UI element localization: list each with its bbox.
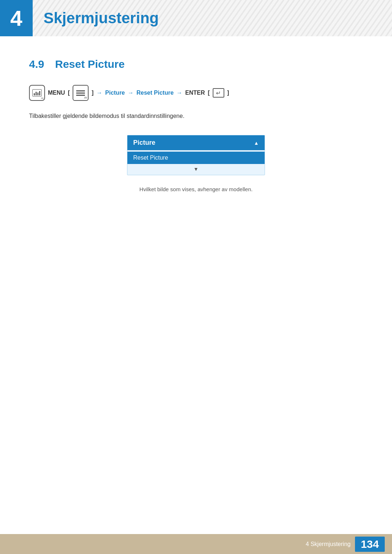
menu-header-title: Picture <box>133 139 155 147</box>
bar4 <box>39 91 40 95</box>
menu-box: Picture ▲ Reset Picture ▼ <box>127 135 265 175</box>
menu-item-selected-text: Reset Picture <box>133 155 168 161</box>
enter-icon: ↵ <box>213 88 224 98</box>
menu-up-arrow: ▲ <box>254 140 259 146</box>
enter-arrow-symbol: ↵ <box>216 90 221 97</box>
nav-enter-label: ENTER <box>185 90 205 96</box>
chapter-number: 4 <box>10 6 22 31</box>
menu-icon: m <box>73 85 89 101</box>
header-bar: 4 Skjermjustering <box>0 0 392 36</box>
nav-bracket-close: ] <box>91 90 93 96</box>
menu-down-arrow-area: ▼ <box>127 164 265 173</box>
nav-arrow-2: → <box>128 90 134 96</box>
bar3 <box>37 93 38 95</box>
footer-chapter-label: 4 Skjermjustering <box>306 541 351 547</box>
menu-icon-inner <box>76 90 85 96</box>
main-content: 4.9 Reset Picture m MENU [ <box>0 36 392 534</box>
nav-enter-bracket-open: [ <box>208 90 210 96</box>
section-title: Reset Picture <box>55 58 125 70</box>
description-text: Tilbakestiller gjeldende bildemodus til … <box>29 112 363 120</box>
menu-icon-label: m <box>84 96 87 99</box>
nav-enter-bracket-close: ] <box>227 90 229 96</box>
menu-bar-1 <box>76 90 85 91</box>
section-number: 4.9 <box>29 58 44 70</box>
menu-item-reset-picture: Reset Picture <box>127 152 265 164</box>
remote-label: m <box>41 97 44 100</box>
nav-arrow-3: → <box>176 90 182 96</box>
menu-bar-3 <box>76 95 85 96</box>
menu-screenshot: Picture ▲ Reset Picture ▼ <box>29 135 363 175</box>
nav-step-2: Reset Picture <box>136 90 173 96</box>
menu-down-arrow: ▼ <box>193 166 199 172</box>
nav-arrow-1: → <box>97 90 102 96</box>
footer-bar: 4 Skjermjustering 134 <box>0 534 392 554</box>
footer-page-number: 134 <box>355 537 385 552</box>
nav-bracket-open: [ <box>68 90 70 96</box>
note-text: Hvilket bilde som vises, avhenger av mod… <box>29 186 363 192</box>
menu-body: Reset Picture ▼ <box>127 150 265 175</box>
nav-step-1: Picture <box>105 90 125 96</box>
bar1 <box>34 93 35 95</box>
remote-control-icon: m <box>29 85 45 101</box>
bar2 <box>36 92 37 95</box>
menu-header: Picture ▲ <box>127 135 265 150</box>
nav-path: m MENU [ m ] → Picture → Reset Picture →… <box>29 85 363 101</box>
remote-screen <box>32 89 42 97</box>
menu-bar-2 <box>76 93 85 94</box>
nav-menu-label: MENU <box>48 90 65 96</box>
remote-bars <box>34 91 40 95</box>
chapter-title: Skjermjustering <box>44 9 159 27</box>
section-heading: 4.9 Reset Picture <box>29 58 363 70</box>
chapter-number-box: 4 <box>0 0 33 36</box>
